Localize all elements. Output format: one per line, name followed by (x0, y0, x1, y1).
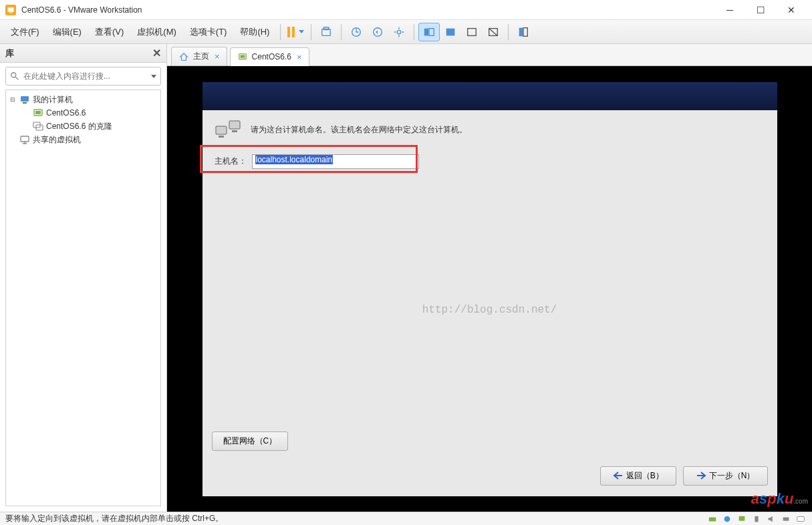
menu-edit[interactable]: 编辑(E) (46, 23, 88, 41)
vm-display[interactable]: 请为这台计算机命名。该主机名会在网络中定义这台计算机。 主机名： localho… (167, 65, 812, 512)
console-view-button[interactable] (418, 23, 440, 41)
svg-rect-1 (9, 12, 13, 13)
tree-shared-vms[interactable]: 共享的虚拟机 (6, 133, 160, 146)
tab-label: CentOS6.6 (252, 52, 291, 61)
statusbar: 要将输入定向到该虚拟机，请在虚拟机内部单击或按 Ctrl+G。 (0, 512, 812, 525)
config-network-button[interactable]: 配置网络（C） (212, 431, 289, 451)
installer-header (202, 82, 777, 110)
cd-icon[interactable] (721, 514, 733, 524)
library-panel: 库 ✕ ⊟ 我的计算机 CentOS6.6 CentOS6.6 的克隆 (0, 44, 167, 512)
tree-centos66-clone[interactable]: CentOS6.6 的克隆 (6, 120, 160, 133)
menu-file[interactable]: 文件(F) (4, 23, 46, 41)
chevron-down-icon[interactable] (151, 75, 156, 78)
svg-rect-28 (219, 136, 224, 138)
search-input[interactable] (23, 71, 148, 81)
library-header: 库 ✕ (0, 44, 166, 63)
snapshot-manager-button[interactable] (346, 23, 367, 41)
toolbar-separator (311, 24, 311, 40)
disk-icon[interactable] (706, 514, 718, 524)
hostname-row: 主机名： localhost.localdomain (202, 150, 777, 173)
statusbar-message: 要将输入定向到该虚拟机，请在虚拟机内部单击或按 Ctrl+G。 (5, 513, 223, 524)
svg-rect-20 (35, 111, 41, 114)
vm-icon (33, 108, 43, 118)
vm-icon (237, 51, 248, 62)
network-computers-icon (215, 120, 241, 141)
tab-close-button[interactable]: × (297, 52, 302, 62)
svg-rect-7 (424, 28, 428, 35)
library-close-button[interactable]: ✕ (152, 47, 161, 59)
next-button[interactable]: 下一步（N） (683, 466, 768, 486)
hostname-label: 主机名： (215, 156, 247, 167)
usb-icon[interactable] (751, 514, 763, 524)
search-icon (10, 71, 19, 81)
installer-body: 请为这台计算机命名。该主机名会在网络中定义这台计算机。 主机名： localho… (202, 110, 777, 496)
message-icon[interactable] (795, 514, 807, 524)
tree-centos66[interactable]: CentOS6.6 (6, 106, 160, 120)
menu-help[interactable]: 帮助(H) (233, 23, 276, 41)
search-box[interactable] (5, 67, 161, 85)
close-button[interactable]: ✕ (776, 0, 807, 20)
settings-button[interactable] (388, 23, 410, 41)
library-title: 库 (5, 47, 14, 59)
thumbnail-view-button[interactable] (440, 23, 461, 41)
toolbar-separator (508, 24, 509, 40)
svg-rect-9 (446, 28, 455, 35)
svg-rect-33 (755, 516, 758, 522)
back-button[interactable]: 返回（B） (600, 466, 676, 486)
hostname-input[interactable]: localhost.localdomain (252, 154, 419, 169)
svg-rect-14 (523, 27, 527, 36)
sound-icon[interactable] (765, 514, 777, 524)
fullscreen-button[interactable] (461, 23, 483, 41)
collapse-icon[interactable]: ⊟ (9, 96, 17, 104)
titlebar: CentOS6.6 - VMware Workstation ─ ☐ ✕ (0, 0, 812, 20)
arrow-right-icon (696, 471, 706, 480)
chevron-down-icon (299, 30, 304, 33)
aspku-watermark: aspku.com (751, 490, 808, 508)
app-icon (5, 5, 16, 15)
maximize-button[interactable]: ☐ (745, 0, 776, 20)
svg-rect-13 (519, 27, 523, 36)
toolbar-separator (280, 24, 281, 40)
menu-view[interactable]: 查看(V) (88, 23, 130, 41)
hostname-value: localhost.localdomain (255, 155, 333, 164)
svg-rect-25 (240, 55, 245, 57)
svg-rect-10 (468, 28, 477, 35)
tree-my-computer[interactable]: ⊟ 我的计算机 (6, 93, 160, 106)
menu-vm[interactable]: 虚拟机(M) (130, 23, 183, 41)
tab-close-button[interactable]: × (215, 51, 220, 61)
svg-rect-29 (232, 130, 237, 132)
tab-centos66[interactable]: CentOS6.6 × (230, 47, 309, 66)
vm-clone-icon (33, 121, 43, 132)
library-toggle-button[interactable] (513, 23, 534, 41)
toolbar-separator (414, 24, 414, 40)
window-controls: ─ ☐ ✕ (714, 0, 807, 20)
svg-rect-30 (709, 517, 716, 521)
computer-icon (19, 94, 30, 105)
content-area: 主页 × CentOS6.6 × 请为这台计算机命名。该主机名会在网络中定义这台… (167, 44, 812, 512)
tab-home[interactable]: 主页 × (171, 47, 227, 65)
tree-item-label: CentOS6.6 的克隆 (46, 121, 112, 132)
tree-item-label: CentOS6.6 (46, 108, 86, 118)
network-icon[interactable] (736, 514, 748, 524)
expand-icon[interactable] (9, 136, 17, 144)
tree-item-label: 我的计算机 (33, 94, 73, 106)
installer-message: 请为这台计算机命名。该主机名会在网络中定义这台计算机。 (251, 124, 467, 136)
tree-item-label: 共享的虚拟机 (33, 134, 81, 146)
minimize-button[interactable]: ─ (714, 0, 745, 20)
unity-button[interactable] (483, 23, 504, 41)
revert-button[interactable] (367, 23, 388, 41)
menu-tabs[interactable]: 选项卡(T) (183, 23, 234, 41)
pause-button[interactable] (285, 23, 307, 41)
svg-rect-8 (429, 28, 434, 35)
status-icons (706, 514, 807, 524)
printer-icon[interactable] (780, 514, 792, 524)
svg-rect-27 (229, 121, 240, 129)
snapshot-button[interactable] (315, 23, 337, 41)
tab-bar: 主页 × CentOS6.6 × (167, 44, 812, 65)
svg-line-16 (15, 77, 18, 79)
svg-rect-18 (23, 102, 27, 104)
watermark-text: http://blog.csdn.net/ (422, 304, 557, 316)
menubar: 文件(F) 编辑(E) 查看(V) 虚拟机(M) 选项卡(T) 帮助(H) (0, 20, 812, 44)
svg-point-6 (398, 30, 401, 33)
svg-rect-17 (21, 96, 29, 102)
